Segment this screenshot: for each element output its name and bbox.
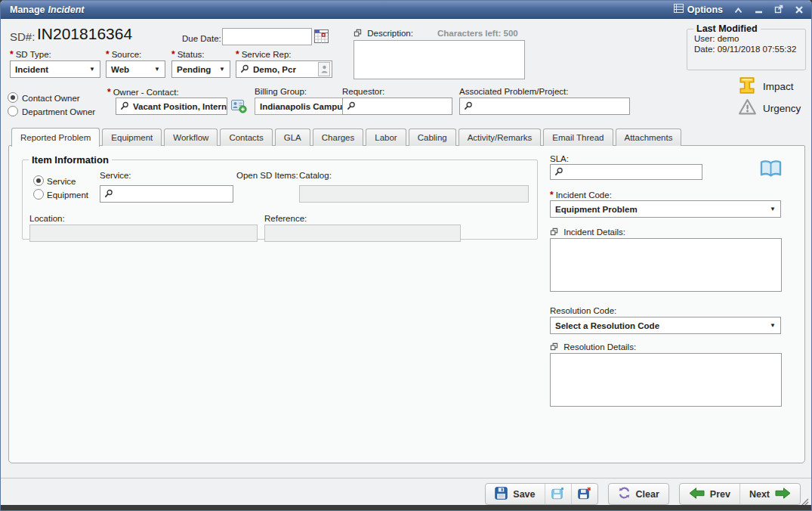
arrow-right-icon [775,488,791,501]
search-icon [347,101,356,112]
department-owner-label: Department Owner [22,107,95,116]
item-information-legend: Item Information [29,154,112,166]
urgency-icon[interactable] [738,98,757,119]
resolution-details-textarea[interactable] [550,353,782,407]
clear-refresh-icon [618,487,631,501]
chevron-down-icon: ▼ [219,66,225,73]
title-bar: ManageIncident Options [1,1,811,19]
service-label: Service: [100,171,131,180]
detach-icon[interactable] [354,29,362,39]
sla-field[interactable] [550,164,702,180]
options-button[interactable]: Options [674,4,723,15]
tab-email-thread[interactable]: Email Thread [543,129,613,146]
characters-left-counter: Characters left: 500 [437,29,518,38]
equipment-radio[interactable] [33,189,44,200]
service-rep-label: *Service Rep: [236,49,292,60]
associated-problem-label: Associated Problem/Project: [459,87,568,96]
clear-button[interactable]: Clear [609,484,668,504]
tab-reported-problem[interactable]: Reported Problem [11,128,100,147]
requestor-field[interactable] [342,98,452,115]
incident-code-label: *Incident Code: [550,190,612,200]
description-label: Description: [354,29,413,39]
service-rep-picker-icon[interactable] [318,62,330,76]
save-and-new-button[interactable] [545,484,572,504]
detach-icon[interactable] [550,342,558,352]
options-list-icon [674,4,684,15]
billing-group-label: Billing Group: [255,87,307,96]
tab-strip: Reported Problem Equipment Workflow Cont… [11,128,684,146]
footer-toolbar: Save Clear Prev Next [485,483,801,505]
next-button[interactable]: Next [740,484,800,504]
open-sd-items-label: Open SD Items: [236,171,298,180]
tab-workflow[interactable]: Workflow [164,129,218,146]
tab-contacts[interactable]: Contacts [220,129,272,146]
minimize-button[interactable] [753,5,764,15]
impact-icon[interactable] [738,76,756,98]
catalog-input [299,185,529,203]
sla-book-icon[interactable] [759,159,783,182]
incident-details-textarea[interactable] [550,238,782,292]
incident-code-select[interactable]: Equipment Problem▼ [550,200,781,218]
contact-owner-radio[interactable] [8,92,18,103]
tab-attachments[interactable]: Attachments [616,129,682,146]
tab-activity-remarks[interactable]: Activity/Remarks [458,129,542,146]
source-label: *Source: [106,49,141,60]
search-icon [240,64,249,75]
sla-label: SLA: [550,154,569,163]
collapse-button[interactable] [733,5,743,15]
minimize-icon [755,3,763,17]
location-input [29,225,258,242]
associated-problem-field[interactable] [459,98,630,115]
window-title-object: Incident [48,5,85,15]
add-contact-icon[interactable] [231,99,247,116]
arrow-left-icon [689,488,705,501]
last-modified-box: Last Modified User: demo Date: 09/11/201… [687,23,806,70]
chevron-down-icon: ▼ [154,66,160,73]
tab-labor[interactable]: Labor [366,129,406,146]
calendar-icon[interactable] [314,29,329,46]
save-and-close-button[interactable] [572,484,597,504]
last-modified-legend: Last Modified [693,23,761,34]
search-icon [554,167,563,178]
location-label: Location: [29,214,65,223]
due-date-label: Due Date: [182,34,221,43]
tab-cabling[interactable]: Cabling [409,129,456,146]
source-select[interactable]: Web▼ [106,60,165,78]
catalog-label: Catalog: [299,171,332,180]
due-date-input[interactable] [222,28,312,45]
close-button[interactable] [794,5,804,15]
last-modified-user: User: demo [687,34,805,45]
service-rep-field[interactable]: Demo, Pcr [236,60,332,78]
options-label: Options [687,5,723,15]
tab-equipment[interactable]: Equipment [102,129,162,146]
save-plus-floppy-icon [551,487,565,502]
chevron-down-icon: ▼ [770,206,776,212]
save-button[interactable]: Save [486,484,545,504]
requestor-label: Requestor: [342,87,384,96]
search-icon [464,101,473,112]
save-floppy-icon [495,487,508,502]
prev-button[interactable]: Prev [680,484,740,504]
sd-number-label: SD#: [10,30,35,43]
detach-icon[interactable] [550,228,558,237]
billing-group-value: Indianapolis Campus [255,98,353,115]
description-textarea[interactable] [354,40,525,79]
sd-number-value: IN201816364 [37,25,132,43]
contact-owner-label: Contact Owner [22,94,80,103]
service-radio-label: Service [47,177,76,186]
popout-button[interactable] [773,5,784,15]
department-owner-radio[interactable] [8,106,18,116]
tab-charges[interactable]: Charges [313,129,363,146]
status-select[interactable]: Pending▼ [171,60,230,78]
owner-contact-field[interactable]: Vacant Position, Internal A [116,98,227,115]
status-label: *Status: [171,49,204,60]
resolution-code-select[interactable]: Select a Resolution Code▼ [550,317,781,334]
service-field[interactable] [100,185,233,203]
resolution-code-label: Resolution Code: [550,306,616,315]
last-modified-date: Date: 09/11/2018 07:55:32 [687,45,805,54]
tab-gla[interactable]: GLA [275,129,310,146]
urgency-label: Urgency [763,103,801,114]
sd-type-select[interactable]: Incident▼ [10,60,100,78]
chevron-down-icon: ▼ [89,66,95,73]
service-radio[interactable] [33,175,44,186]
